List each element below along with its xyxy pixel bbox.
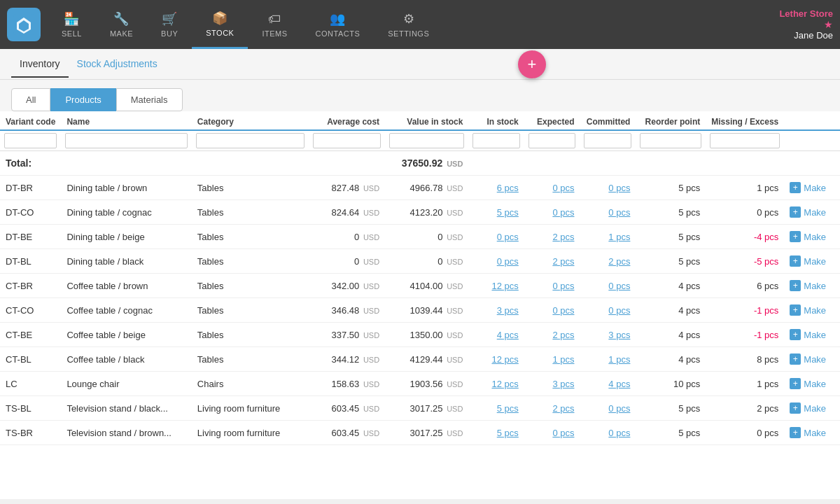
committed-link[interactable]: 0 pcs (608, 281, 630, 291)
nav-label-items: ITEMS (262, 29, 287, 38)
nav-item-make[interactable]: 🔧 MAKE (96, 0, 147, 49)
make-button[interactable]: + Make (790, 427, 834, 438)
cell-name: Dining table / black (61, 249, 191, 274)
committed-link[interactable]: 1 pcs (608, 354, 630, 365)
expected-link[interactable]: 0 pcs (552, 281, 574, 291)
nav-item-items[interactable]: 🏷 ITEMS (248, 0, 301, 49)
filter-variant-code[interactable] (4, 133, 57, 148)
filter-committed[interactable] (584, 133, 631, 148)
committed-link[interactable]: 0 pcs (608, 207, 630, 218)
cell-value-in-stock: 3017.25 USD (385, 421, 468, 445)
make-button[interactable]: + Make (790, 255, 834, 267)
nav-label-sell: SELL (62, 29, 82, 38)
expected-link[interactable]: 0 pcs (552, 305, 574, 316)
tab-inventory[interactable]: Inventory (11, 51, 69, 78)
in-stock-link[interactable]: 12 pcs (491, 281, 518, 291)
tab-stock-adjustments[interactable]: Stock Adjustments (69, 51, 166, 78)
type-tab-all[interactable]: All (11, 88, 50, 111)
make-button[interactable]: + Make (790, 280, 834, 291)
in-stock-link[interactable]: 6 pcs (497, 183, 519, 193)
make-button[interactable]: + Make (790, 402, 834, 414)
filter-in-stock[interactable] (472, 133, 519, 148)
in-stock-link[interactable]: 5 pcs (497, 207, 519, 218)
filter-reorder-point[interactable] (640, 133, 701, 148)
cell-expected: 2 pcs (524, 323, 580, 347)
in-stock-link[interactable]: 0 pcs (497, 232, 519, 242)
nav-item-contacts[interactable]: 👥 CONTACTS (302, 0, 374, 49)
make-button[interactable]: + Make (790, 329, 834, 340)
cell-category: Tables (192, 323, 309, 347)
cell-reorder-point: 5 pcs (636, 200, 706, 225)
nav-item-sell[interactable]: 🏪 SELL (48, 0, 96, 49)
expected-link[interactable]: 2 pcs (552, 403, 574, 414)
make-plus-icon: + (790, 255, 801, 267)
fab-add-button[interactable]: + (518, 50, 546, 78)
cell-name: Dining table / beige (61, 225, 191, 249)
in-stock-link[interactable]: 5 pcs (497, 428, 519, 438)
type-tab-materials[interactable]: Materials (116, 88, 183, 111)
committed-link[interactable]: 0 pcs (608, 183, 630, 193)
filter-avg-cost[interactable] (313, 133, 381, 148)
col-header-variant: Variant code (0, 111, 61, 130)
total-row: Total: 37650.92 USD (0, 151, 840, 176)
in-stock-link[interactable]: 0 pcs (497, 256, 519, 267)
cell-expected: 0 pcs (524, 421, 580, 445)
cell-committed: 0 pcs (580, 200, 636, 225)
cell-in-stock: 12 pcs (468, 274, 524, 298)
cell-value-in-stock: 0 USD (385, 249, 468, 274)
make-plus-icon: + (790, 304, 801, 316)
filter-value-in-stock[interactable] (389, 133, 464, 148)
cell-in-stock: 0 pcs (468, 225, 524, 249)
make-button[interactable]: + Make (790, 231, 834, 242)
nav-item-stock[interactable]: 📦 STOCK (192, 0, 248, 49)
nav-item-settings[interactable]: ⚙ SETTINGS (374, 0, 443, 49)
make-button[interactable]: + Make (790, 378, 834, 389)
filter-category[interactable] (196, 133, 304, 148)
cell-avg-cost: 603.45 USD (309, 396, 385, 421)
make-button[interactable]: + Make (790, 304, 834, 316)
expected-link[interactable]: 2 pcs (552, 256, 574, 267)
cell-make-action: + Make (784, 249, 840, 274)
cell-category: Chairs (192, 372, 309, 396)
committed-link[interactable]: 2 pcs (608, 256, 630, 267)
expected-link[interactable]: 1 pcs (552, 354, 574, 365)
committed-link[interactable]: 1 pcs (608, 232, 630, 242)
cell-avg-cost: 342.00 USD (309, 274, 385, 298)
cell-in-stock: 12 pcs (468, 372, 524, 396)
in-stock-link[interactable]: 5 pcs (497, 403, 519, 414)
expected-link[interactable]: 0 pcs (552, 428, 574, 438)
expected-link[interactable]: 0 pcs (552, 183, 574, 193)
make-button[interactable]: + Make (790, 206, 834, 218)
expected-link[interactable]: 2 pcs (552, 232, 574, 242)
committed-link[interactable]: 4 pcs (608, 379, 630, 389)
type-tab-products[interactable]: Products (50, 88, 115, 111)
cell-reorder-point: 4 pcs (636, 298, 706, 323)
in-stock-link[interactable]: 12 pcs (491, 354, 518, 365)
total-label: Total: (0, 151, 61, 176)
app-logo[interactable] (7, 8, 41, 41)
expected-link[interactable]: 0 pcs (552, 207, 574, 218)
in-stock-link[interactable]: 12 pcs (491, 379, 518, 389)
make-button[interactable]: + Make (790, 354, 834, 365)
nav-item-buy[interactable]: 🛒 BUY (147, 0, 192, 49)
filter-expected[interactable] (528, 133, 576, 148)
table-body: Total: 37650.92 USD DT-BR Dining table /… (0, 151, 840, 445)
expected-link[interactable]: 3 pcs (552, 379, 574, 389)
committed-link[interactable]: 3 pcs (608, 330, 630, 340)
committed-link[interactable]: 0 pcs (608, 305, 630, 316)
filter-name[interactable] (65, 133, 187, 148)
expected-link[interactable]: 2 pcs (552, 330, 574, 340)
cell-value-in-stock: 3017.25 USD (385, 396, 468, 421)
contacts-icon: 👥 (330, 11, 346, 27)
make-button[interactable]: + Make (790, 182, 834, 193)
filter-missing-excess[interactable] (710, 133, 780, 148)
committed-link[interactable]: 0 pcs (608, 403, 630, 414)
cell-missing-excess: 1 pcs (706, 176, 784, 200)
cell-expected: 1 pcs (524, 347, 580, 372)
in-stock-link[interactable]: 3 pcs (497, 305, 519, 316)
committed-link[interactable]: 0 pcs (608, 428, 630, 438)
cell-variant: DT-BL (0, 249, 61, 274)
in-stock-link[interactable]: 4 pcs (497, 330, 519, 340)
cell-reorder-point: 5 pcs (636, 421, 706, 445)
star-icon: ★ (824, 19, 833, 30)
